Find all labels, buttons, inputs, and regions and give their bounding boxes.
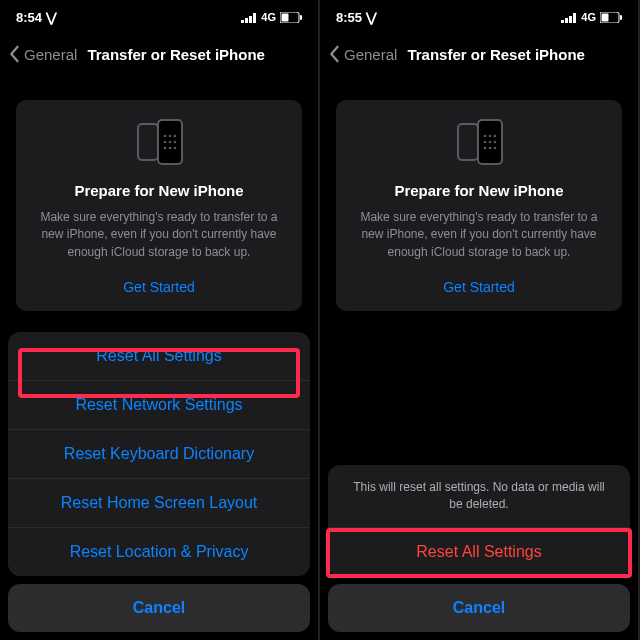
svg-rect-20 bbox=[569, 16, 572, 23]
nav-back-label[interactable]: General bbox=[344, 46, 397, 63]
prepare-card: Prepare for New iPhone Make sure everyth… bbox=[336, 100, 622, 311]
cancel-button[interactable]: Cancel bbox=[328, 584, 630, 632]
prepare-card: Prepare for New iPhone Make sure everyth… bbox=[16, 100, 302, 311]
svg-point-33 bbox=[484, 147, 487, 150]
signal-icon bbox=[561, 11, 577, 23]
nav-title: Transfer or Reset iPhone bbox=[407, 46, 585, 63]
svg-rect-7 bbox=[138, 124, 158, 160]
svg-point-15 bbox=[164, 147, 167, 150]
card-desc: Make sure everything's ready to transfer… bbox=[30, 209, 288, 261]
confirm-sheet: This will reset all settings. No data or… bbox=[328, 465, 630, 632]
svg-rect-5 bbox=[282, 14, 289, 22]
status-right: 4G bbox=[241, 11, 302, 24]
card-desc: Make sure everything's ready to transfer… bbox=[350, 209, 608, 261]
battery-icon bbox=[600, 11, 622, 24]
phone-right: 8:55 ⋁ 4G General Transfer or Reset iPho… bbox=[320, 0, 640, 640]
sheet-options-group: Reset All Settings Reset Network Setting… bbox=[8, 332, 310, 576]
status-network: 4G bbox=[261, 11, 276, 23]
nav-bar: General Transfer or Reset iPhone bbox=[320, 34, 638, 74]
signal-icon bbox=[241, 11, 257, 23]
phone-left: 8:54 ⋁ 4G General Transfer or Reset iPho… bbox=[0, 0, 320, 640]
confirm-message: This will reset all settings. No data or… bbox=[328, 465, 630, 527]
content: Prepare for New iPhone Make sure everyth… bbox=[0, 100, 318, 311]
svg-point-11 bbox=[174, 135, 177, 138]
nav-back-label[interactable]: General bbox=[24, 46, 77, 63]
svg-point-32 bbox=[494, 141, 497, 144]
status-bar: 8:54 ⋁ 4G bbox=[0, 0, 318, 34]
svg-point-35 bbox=[494, 147, 497, 150]
action-sheet: Reset All Settings Reset Network Setting… bbox=[8, 332, 310, 632]
svg-point-9 bbox=[164, 135, 167, 138]
reset-all-settings-option[interactable]: Reset All Settings bbox=[8, 332, 310, 380]
card-title: Prepare for New iPhone bbox=[30, 182, 288, 199]
content: Prepare for New iPhone Make sure everyth… bbox=[320, 100, 638, 311]
reset-keyboard-dictionary-option[interactable]: Reset Keyboard Dictionary bbox=[8, 429, 310, 478]
status-time: 8:55 ⋁ bbox=[336, 10, 377, 25]
svg-point-29 bbox=[494, 135, 497, 138]
reset-home-screen-layout-option[interactable]: Reset Home Screen Layout bbox=[8, 478, 310, 527]
svg-rect-21 bbox=[573, 13, 576, 23]
svg-rect-0 bbox=[241, 20, 244, 23]
svg-rect-19 bbox=[565, 18, 568, 23]
cancel-button[interactable]: Cancel bbox=[8, 584, 310, 632]
svg-point-14 bbox=[174, 141, 177, 144]
svg-rect-23 bbox=[602, 14, 609, 22]
svg-rect-3 bbox=[253, 13, 256, 23]
svg-rect-24 bbox=[620, 15, 622, 20]
svg-point-10 bbox=[169, 135, 172, 138]
transfer-devices-icon bbox=[350, 118, 608, 166]
svg-rect-6 bbox=[300, 15, 302, 20]
svg-rect-2 bbox=[249, 16, 252, 23]
status-right: 4G bbox=[561, 11, 622, 24]
back-chevron-icon[interactable] bbox=[8, 45, 20, 63]
card-title: Prepare for New iPhone bbox=[350, 182, 608, 199]
reset-network-settings-option[interactable]: Reset Network Settings bbox=[8, 380, 310, 429]
svg-point-28 bbox=[489, 135, 492, 138]
status-bar: 8:55 ⋁ 4G bbox=[320, 0, 638, 34]
reset-location-privacy-option[interactable]: Reset Location & Privacy bbox=[8, 527, 310, 576]
svg-rect-25 bbox=[458, 124, 478, 160]
battery-icon bbox=[280, 11, 302, 24]
nav-bar: General Transfer or Reset iPhone bbox=[0, 34, 318, 74]
svg-point-12 bbox=[164, 141, 167, 144]
get-started-link[interactable]: Get Started bbox=[350, 279, 608, 295]
svg-rect-18 bbox=[561, 20, 564, 23]
sheet-confirm-group: This will reset all settings. No data or… bbox=[328, 465, 630, 576]
svg-point-17 bbox=[174, 147, 177, 150]
nav-title: Transfer or Reset iPhone bbox=[87, 46, 265, 63]
svg-rect-1 bbox=[245, 18, 248, 23]
svg-point-16 bbox=[169, 147, 172, 150]
svg-point-34 bbox=[489, 147, 492, 150]
svg-point-13 bbox=[169, 141, 172, 144]
get-started-link[interactable]: Get Started bbox=[30, 279, 288, 295]
svg-point-30 bbox=[484, 141, 487, 144]
back-chevron-icon[interactable] bbox=[328, 45, 340, 63]
confirm-reset-button[interactable]: Reset All Settings bbox=[328, 527, 630, 576]
transfer-devices-icon bbox=[30, 118, 288, 166]
svg-point-31 bbox=[489, 141, 492, 144]
status-network: 4G bbox=[581, 11, 596, 23]
svg-point-27 bbox=[484, 135, 487, 138]
status-time: 8:54 ⋁ bbox=[16, 10, 57, 25]
